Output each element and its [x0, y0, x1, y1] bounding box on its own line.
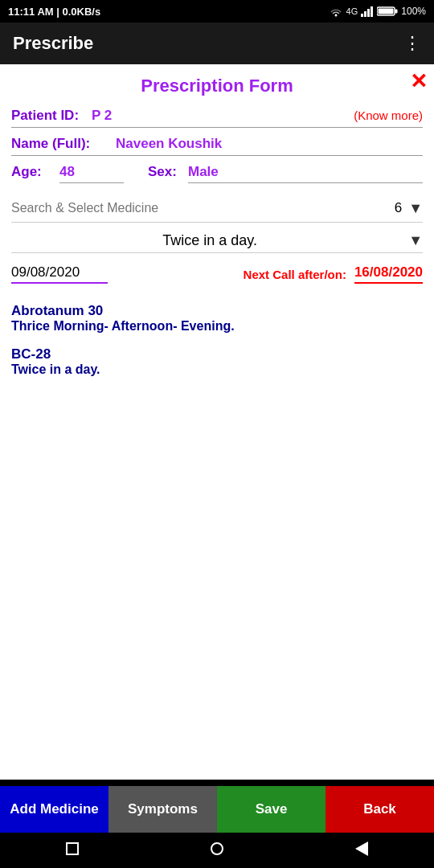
medicine-search-row[interactable]: 6 ▼	[11, 198, 423, 223]
frequency-dropdown-arrow[interactable]: ▼	[408, 232, 423, 249]
frequency-row[interactable]: Twice in a day. ▼	[11, 232, 423, 253]
age-value: 48	[59, 164, 124, 183]
status-icons: 4G 100%	[329, 6, 426, 17]
svg-rect-6	[379, 9, 394, 14]
svg-rect-0	[361, 14, 363, 17]
medicine-search-input[interactable]	[11, 198, 395, 219]
signal-bars-icon	[361, 6, 374, 17]
bottom-action-bar: Add Medicine Symptoms Save Back	[0, 786, 434, 833]
status-time: 11:11 AM | 0.0KB/s	[8, 6, 100, 18]
add-medicine-button[interactable]: Add Medicine	[0, 786, 108, 833]
menu-button[interactable]: ⋮	[403, 33, 421, 54]
medicine-item-2: BC-28 Twice in a day.	[11, 346, 423, 377]
symptoms-button[interactable]: Symptoms	[108, 786, 217, 833]
prescription-date[interactable]: 09/08/2020	[11, 264, 108, 284]
sex-label: Sex:	[148, 164, 188, 180]
next-call-date[interactable]: 16/08/2020	[354, 264, 423, 284]
age-sex-row: Age: 48 Sex: Male	[11, 164, 423, 186]
sex-value: Male	[188, 164, 423, 183]
status-bar: 11:11 AM | 0.0KB/s 4G 100%	[0, 0, 434, 23]
name-value: Naveen Koushik	[116, 136, 222, 152]
form-title: Prescription Form	[11, 76, 423, 96]
nav-home-icon[interactable]	[211, 842, 223, 858]
close-button[interactable]: ✕	[410, 71, 428, 92]
prescription-form: ✕ Prescription Form Patient ID: P 2 (Kno…	[0, 64, 434, 780]
medicine-name-1: Abrotanum 30	[11, 303, 423, 319]
name-label: Name (Full):	[11, 136, 116, 152]
android-navigation-bar	[0, 833, 434, 868]
patient-id-row: Patient ID: P 2 (Know more)	[11, 108, 423, 128]
name-row: Name (Full): Naveen Koushik	[11, 136, 423, 156]
medicine-dropdown-arrow[interactable]: ▼	[408, 200, 423, 217]
svg-rect-5	[395, 10, 398, 14]
next-call-label: Next Call after/on:	[244, 268, 346, 281]
battery-icon	[377, 6, 398, 17]
nav-square-icon[interactable]	[66, 842, 79, 858]
age-label: Age:	[11, 164, 59, 180]
back-button[interactable]: Back	[326, 786, 434, 833]
nav-back-icon[interactable]	[355, 841, 368, 859]
battery-percent: 100%	[401, 6, 426, 17]
date-row: 09/08/2020 Next Call after/on: 16/08/202…	[11, 264, 423, 287]
signal-icon: 4G	[346, 6, 358, 16]
top-navigation-bar: Prescribe ⋮	[0, 23, 434, 64]
know-more-link[interactable]: (Know more)	[354, 108, 423, 122]
patient-id-label: Patient ID:	[11, 108, 92, 124]
wifi-icon	[329, 6, 343, 17]
save-button[interactable]: Save	[217, 786, 326, 833]
svg-rect-1	[364, 11, 366, 17]
medicine-dosage-1: Thrice Morning- Afternoon- Evening.	[11, 319, 423, 334]
medicine-name-2: BC-28	[11, 346, 423, 362]
svg-rect-2	[367, 9, 370, 17]
medicine-list: Abrotanum 30 Thrice Morning- Afternoon- …	[11, 303, 423, 377]
medicine-dosage-2: Twice in a day.	[11, 362, 423, 377]
patient-id-value: P 2	[92, 108, 354, 124]
medicine-quantity: 6	[395, 200, 402, 216]
medicine-item-1: Abrotanum 30 Thrice Morning- Afternoon- …	[11, 303, 423, 334]
svg-rect-3	[371, 6, 373, 17]
frequency-value: Twice in a day.	[11, 232, 408, 249]
app-title: Prescribe	[13, 33, 93, 54]
